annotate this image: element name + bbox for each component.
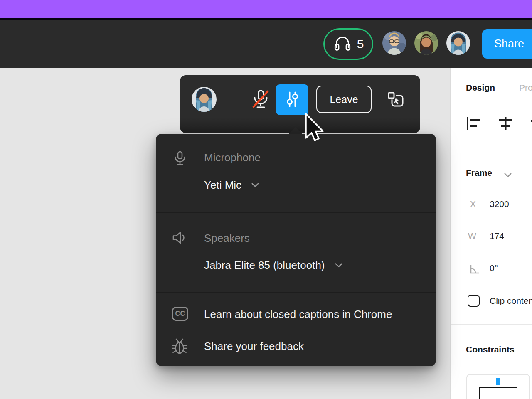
frame-section-title[interactable]: Frame — [466, 168, 492, 178]
audio-settings-menu: Microphone Yeti Mic Speakers Jabra Elite… — [156, 134, 436, 366]
leave-call-button[interactable]: Leave — [316, 86, 372, 113]
participant-avatar-3[interactable] — [446, 31, 470, 55]
spotlight-follow-button[interactable] — [386, 91, 406, 110]
figma-app-window: 5 Share Design Prototype Frame X — [0, 0, 532, 399]
browser-accent-bar — [0, 0, 532, 18]
constraint-frame-preview — [479, 387, 517, 399]
screen-cursor-icon — [387, 103, 406, 110]
clip-content-checkbox[interactable] — [468, 295, 480, 307]
speaker-icon — [172, 231, 186, 246]
audio-call-status-pill[interactable]: 5 — [323, 28, 373, 60]
microphone-muted-button[interactable] — [249, 88, 272, 112]
self-avatar[interactable] — [192, 87, 217, 112]
editor-toolbar: 5 Share — [0, 20, 532, 68]
closed-captions-menu-item[interactable]: Learn about closed captions in Chrome — [204, 308, 392, 321]
sliders-icon — [286, 91, 299, 109]
microphone-icon — [174, 151, 186, 167]
align-horizontal-centers-icon[interactable] — [499, 117, 512, 131]
align-left-icon[interactable] — [467, 117, 480, 131]
menu-caret — [289, 127, 302, 134]
rotation-field[interactable]: 0° — [490, 263, 498, 273]
menu-divider — [156, 212, 436, 213]
constraints-widget[interactable] — [466, 374, 530, 399]
width-field[interactable]: 174 — [490, 231, 504, 241]
speakers-device-name: Jabra Elite 85 (bluetooth) — [204, 259, 325, 272]
microphone-muted-icon — [250, 106, 271, 112]
microphone-section-label: Microphone — [204, 151, 261, 164]
feedback-menu-item[interactable]: Share your feedback — [204, 340, 304, 353]
constraints-section-title: Constraints — [466, 345, 515, 355]
chevron-down-icon — [251, 182, 260, 189]
clip-content-label[interactable]: Clip content — [490, 296, 532, 306]
audio-settings-button[interactable] — [276, 84, 308, 115]
participant-avatar-2[interactable] — [414, 31, 438, 55]
tab-design[interactable]: Design — [466, 83, 495, 93]
speakers-device-select[interactable]: Jabra Elite 85 (bluetooth) — [204, 259, 343, 272]
design-panel: Design Prototype Frame X 3200 W 174 0° C… — [450, 68, 532, 399]
menu-divider — [156, 292, 436, 293]
chevron-down-icon — [334, 262, 343, 269]
rotation-angle-icon — [469, 264, 480, 276]
constraint-top-pin[interactable] — [496, 378, 500, 385]
panel-divider — [451, 148, 532, 148]
closed-captions-icon: CC — [172, 307, 188, 321]
share-button[interactable]: Share — [482, 29, 532, 59]
headphones-icon — [333, 34, 352, 54]
chevron-down-icon[interactable] — [503, 172, 512, 180]
microphone-device-select[interactable]: Yeti Mic — [204, 179, 260, 192]
bug-icon — [171, 336, 188, 357]
audio-call-toolbar: Leave — [180, 75, 420, 133]
panel-divider — [451, 324, 532, 325]
speakers-section-label: Speakers — [204, 232, 250, 245]
participant-count: 5 — [357, 37, 364, 51]
mouse-cursor — [305, 113, 325, 145]
width-label: W — [468, 231, 476, 241]
tab-prototype[interactable]: Prototype — [519, 83, 532, 93]
x-position-label: X — [470, 199, 476, 209]
microphone-device-name: Yeti Mic — [204, 179, 241, 192]
participant-avatar-1[interactable] — [382, 31, 406, 55]
x-position-field[interactable]: 3200 — [490, 199, 509, 209]
